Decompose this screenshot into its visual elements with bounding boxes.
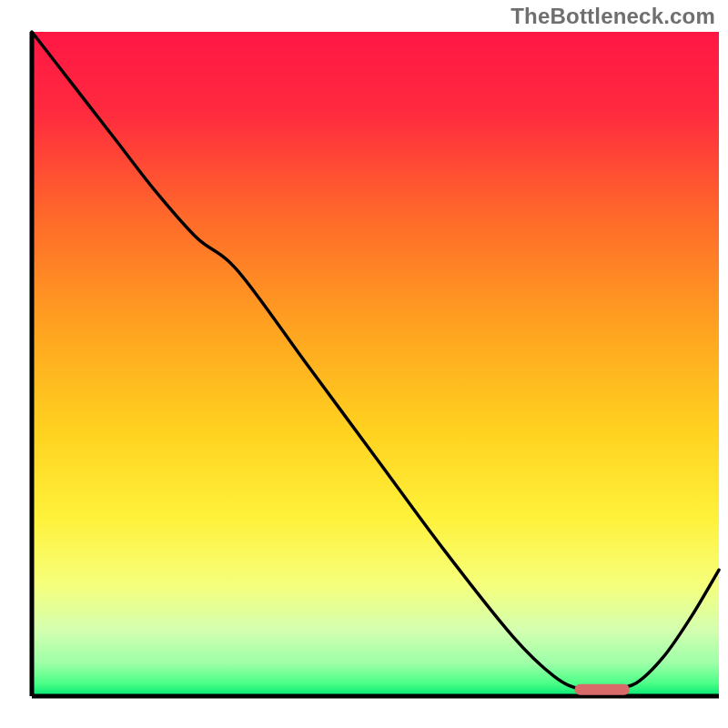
optimal-range-marker <box>574 684 629 695</box>
chart-container: TheBottleneck.com <box>0 0 728 728</box>
watermark-text: TheBottleneck.com <box>511 4 715 29</box>
gradient-background <box>32 32 719 696</box>
bottleneck-chart <box>0 0 728 728</box>
